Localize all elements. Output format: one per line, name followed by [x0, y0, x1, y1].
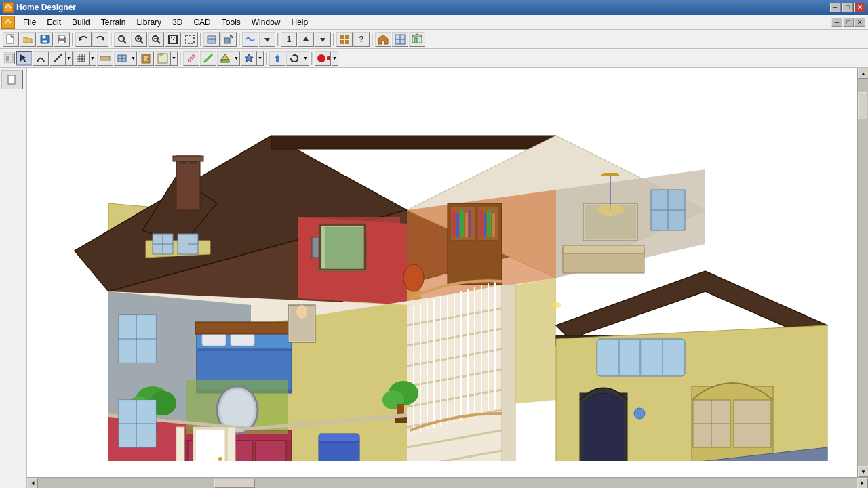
svg-rect-23 — [186, 35, 194, 43]
room-tool[interactable] — [155, 51, 171, 66]
window-tool-dropdown-arrow[interactable]: ▼ — [130, 51, 137, 66]
inner-close-button[interactable]: ✕ — [854, 18, 865, 27]
new-button[interactable] — [3, 32, 19, 47]
floor-plan-button[interactable] — [392, 32, 408, 47]
add-object-button[interactable] — [220, 32, 237, 47]
menu-build[interactable]: Build — [66, 16, 96, 28]
scroll-up-button[interactable]: ▲ — [858, 68, 868, 79]
svg-line-21 — [171, 37, 175, 41]
svg-rect-130 — [202, 333, 226, 346]
down-caret-btn[interactable] — [315, 32, 331, 47]
open-button[interactable] — [20, 32, 36, 47]
wave-btn[interactable] — [242, 32, 258, 47]
menu-app-icon[interactable] — [1, 16, 15, 29]
canvas[interactable] — [27, 68, 857, 477]
print-button[interactable] — [54, 32, 70, 47]
svg-rect-88 — [173, 156, 203, 161]
maximize-button[interactable]: □ — [842, 3, 853, 12]
close-button[interactable]: ✕ — [854, 3, 865, 12]
view-house-button[interactable] — [375, 32, 391, 47]
grid-tool-dropdown-arrow[interactable]: ▼ — [90, 51, 96, 66]
left-new-btn[interactable] — [1, 70, 23, 89]
svg-rect-125 — [563, 245, 644, 253]
up-arrow-tool[interactable] — [269, 51, 285, 66]
symbol-tool[interactable] — [241, 51, 257, 66]
scroll-right-button[interactable]: ► — [857, 478, 868, 489]
right-scrollbar[interactable]: ▲ ▼ — [857, 68, 868, 477]
inner-minimize-button[interactable]: ─ — [831, 18, 842, 27]
paint-tool[interactable] — [183, 51, 199, 66]
floor-up-button[interactable] — [203, 32, 220, 47]
scroll-track-vertical[interactable] — [858, 79, 868, 466]
scroll-track-horizontal[interactable] — [38, 478, 857, 489]
left-panel — [0, 68, 27, 488]
svg-rect-110 — [487, 210, 491, 237]
window-tool[interactable] — [114, 51, 130, 66]
menu-library[interactable]: Library — [131, 16, 167, 28]
menu-help[interactable]: Help — [285, 16, 313, 28]
save-button[interactable] — [37, 32, 53, 47]
wall-tool[interactable] — [97, 51, 113, 66]
scroll-left-button[interactable]: ◄ — [27, 478, 38, 489]
scroll-thumb-vertical[interactable] — [858, 92, 867, 119]
number-1-btn[interactable]: 1 — [281, 32, 297, 47]
menu-window[interactable]: Window — [246, 16, 286, 28]
svg-point-114 — [403, 264, 424, 291]
menu-cad[interactable]: CAD — [188, 16, 216, 28]
inner-maximize-button[interactable]: □ — [843, 18, 854, 27]
svg-rect-109 — [484, 214, 486, 237]
help-button[interactable]: ? — [353, 32, 370, 47]
svg-point-250 — [551, 302, 561, 308]
zoom-out-button[interactable] — [148, 32, 164, 47]
menu-terrain[interactable]: Terrain — [96, 16, 132, 28]
door-tool[interactable] — [138, 51, 154, 66]
separator-tb2-3 — [311, 52, 313, 65]
menu-file[interactable]: File — [18, 16, 41, 28]
minimize-button[interactable]: ─ — [830, 3, 841, 12]
fit-view-button[interactable] — [165, 32, 181, 47]
app-icon — [3, 2, 14, 13]
svg-line-45 — [54, 54, 62, 62]
line-tool[interactable] — [50, 51, 66, 66]
svg-rect-41 — [414, 38, 417, 43]
symbol-tool-dropdown-arrow[interactable]: ▼ — [257, 51, 264, 66]
select-all-button[interactable] — [182, 32, 198, 47]
svg-point-249 — [634, 408, 645, 419]
find-button[interactable] — [114, 32, 130, 47]
rotate-tool[interactable] — [286, 51, 302, 66]
room-tool-dropdown-arrow[interactable]: ▼ — [171, 51, 178, 66]
down-arrow-btn[interactable] — [259, 32, 275, 47]
rotate-tool-dropdown-arrow[interactable]: ▼ — [302, 51, 309, 66]
menu-edit[interactable]: Edit — [41, 16, 66, 28]
separator-5 — [277, 33, 279, 46]
toolbar-1: 1 ? — [0, 30, 868, 49]
separator-tb2-2 — [266, 52, 267, 65]
redo-button[interactable] — [92, 32, 108, 47]
scroll-down-button[interactable]: ▼ — [858, 466, 868, 477]
select-arrow-tool[interactable] — [16, 51, 32, 66]
app-title: Home Designer — [16, 3, 830, 12]
line-tool-dropdown-arrow[interactable]: ▼ — [66, 51, 73, 66]
svg-rect-4 — [42, 35, 46, 39]
terrain-tool-dropdown-arrow[interactable]: ▼ — [233, 51, 240, 66]
catalog-button[interactable] — [336, 32, 353, 47]
menu-3d[interactable]: 3D — [167, 16, 188, 28]
svg-rect-103 — [452, 210, 456, 237]
svg-point-123 — [597, 205, 624, 216]
zoom-in-button[interactable] — [131, 32, 147, 47]
svg-rect-70 — [8, 75, 15, 84]
record-button[interactable] — [315, 51, 331, 66]
green-line-tool[interactable] — [200, 51, 216, 66]
arc-tool[interactable] — [33, 51, 49, 66]
terrain-tool[interactable] — [217, 51, 233, 66]
terrain-tool-dropdown: ▼ — [217, 51, 240, 66]
up-caret-btn[interactable] — [298, 32, 314, 47]
menu-tools[interactable]: Tools — [216, 16, 246, 28]
record-dropdown-arrow[interactable]: ▼ — [332, 51, 338, 66]
scroll-thumb-horizontal[interactable] — [214, 479, 255, 488]
elevation-button[interactable] — [409, 32, 425, 47]
undo-button[interactable] — [75, 32, 92, 47]
grid-tool[interactable] — [73, 51, 90, 66]
bottom-scrollbar[interactable]: ◄ ► — [27, 477, 868, 488]
toolbar2-small-icon — [3, 52, 15, 64]
